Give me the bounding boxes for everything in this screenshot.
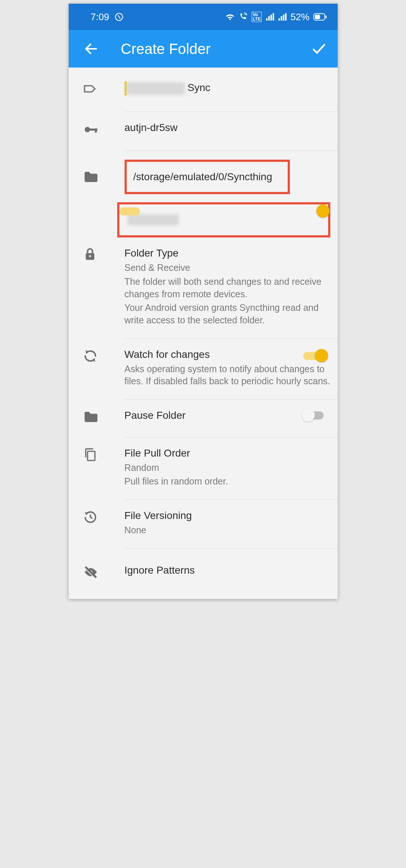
lock-icon <box>83 247 97 262</box>
svg-rect-2 <box>315 15 320 19</box>
svg-point-5 <box>85 127 90 132</box>
page-title: Create Folder <box>121 41 310 57</box>
history-icon <box>83 509 98 525</box>
svg-rect-7 <box>95 128 97 132</box>
signal-icon-1 <box>265 12 274 21</box>
folder-id-value: autjn-dr5sw <box>125 121 330 135</box>
volte-icon: VoLTE <box>252 12 262 22</box>
versioning-row[interactable]: File Versioning None <box>69 509 338 549</box>
ignore-patterns-row[interactable]: Ignore Patterns <box>69 563 338 599</box>
pause-title: Pause Folder <box>125 408 330 422</box>
pull-title: File Pull Order <box>125 446 330 460</box>
battery-icon <box>313 13 327 21</box>
wifi-calling-icon <box>238 12 248 22</box>
back-button[interactable] <box>83 40 100 57</box>
device-name: XXXXXXXX <box>127 214 179 225</box>
settings-list: XXXXXXXX Sync autjn-dr5sw /storage/emula… <box>69 68 338 599</box>
versioning-value: None <box>125 524 330 537</box>
folder-icon <box>83 409 98 425</box>
device-share-toggle[interactable] <box>297 213 320 226</box>
ignore-title: Ignore Patterns <box>125 563 330 577</box>
pull-value: Random <box>125 462 330 474</box>
svg-rect-10 <box>87 451 95 461</box>
folder-label-value: XXXXXXXX Sync <box>125 81 330 95</box>
watch-changes-row[interactable]: Watch for changes Asks operating system … <box>69 348 338 400</box>
versioning-title: File Versioning <box>125 509 330 523</box>
pull-desc: Pull files in random order. <box>125 475 330 488</box>
arrow-back-icon <box>83 41 99 57</box>
sync-indicator-icon <box>114 12 124 22</box>
confirm-button[interactable] <box>310 40 327 57</box>
battery-percent: 52% <box>290 11 309 23</box>
pause-toggle[interactable] <box>303 408 327 422</box>
folder-type-desc1: The folder will both send changes to and… <box>125 276 330 301</box>
folder-type-title: Folder Type <box>125 246 330 260</box>
svg-point-9 <box>89 255 91 257</box>
folder-label-row[interactable]: XXXXXXXX Sync <box>69 81 338 112</box>
watch-desc: Asks operating system to notify about ch… <box>125 363 330 388</box>
watch-title: Watch for changes <box>125 348 330 362</box>
copy-icon <box>83 447 97 462</box>
check-icon <box>311 41 327 57</box>
device-share-row[interactable]: XXXXXXXX <box>69 202 338 237</box>
phone-frame: 7:09 VoLTE 52% Create Folder <box>69 4 338 599</box>
folder-type-desc2: Your Android version grants Syncthing re… <box>125 302 330 327</box>
device-highlight: XXXXXXXX <box>117 202 330 237</box>
key-icon <box>83 121 99 138</box>
watch-toggle[interactable] <box>303 349 327 362</box>
path-highlight: /storage/emulated/0/Syncthing <box>125 160 290 194</box>
folder-id-row[interactable]: autjn-dr5sw <box>69 121 338 151</box>
eye-off-icon <box>83 564 99 580</box>
folder-path-row[interactable]: /storage/emulated/0/Syncthing <box>69 160 338 194</box>
wifi-icon <box>225 12 235 22</box>
folder-type-row[interactable]: Folder Type Send & Receive The folder wi… <box>69 246 338 339</box>
sync-icon <box>83 348 98 364</box>
status-time: 7:09 <box>91 11 109 23</box>
signal-icon-2 <box>278 12 287 21</box>
status-bar: 7:09 VoLTE 52% <box>69 4 338 30</box>
app-bar: Create Folder <box>69 30 338 68</box>
pause-folder-row[interactable]: Pause Folder <box>69 408 338 437</box>
label-icon <box>83 81 97 96</box>
folder-path-value: /storage/emulated/0/Syncthing <box>133 170 281 184</box>
pull-order-row[interactable]: File Pull Order Random Pull files in ran… <box>69 446 338 500</box>
folder-icon <box>83 169 98 185</box>
folder-type-value: Send & Receive <box>125 262 330 274</box>
svg-rect-3 <box>326 15 327 18</box>
